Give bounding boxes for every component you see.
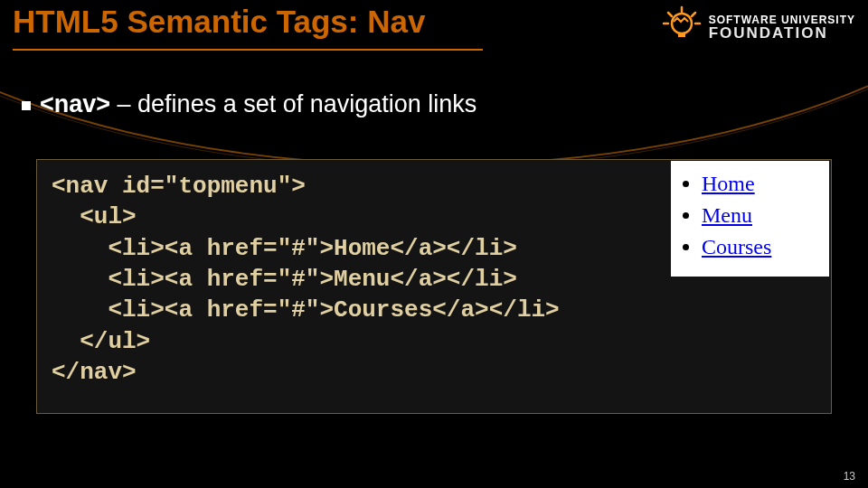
svg-line-2 [668, 13, 672, 16]
logo-text-line2: FOUNDATION [709, 25, 855, 41]
preview-item: Courses [702, 231, 820, 263]
preview-link-menu[interactable]: Menu [702, 203, 752, 227]
page-number: 13 [844, 470, 855, 483]
title-underline [13, 49, 483, 51]
slide-title: HTML5 Semantic Tags: Nav [13, 4, 425, 40]
svg-line-3 [692, 13, 695, 16]
preview-list: Home Menu Courses [680, 168, 820, 262]
preview-link-home[interactable]: Home [702, 172, 755, 195]
logo-text-line1: SOFTWARE UNIVERSITY [709, 14, 855, 25]
nav-tag-label: <nav> [40, 90, 110, 117]
brand-logo: SOFTWARE UNIVERSITY FOUNDATION [660, 5, 855, 49]
bullet-square-icon [22, 101, 31, 110]
lightbulb-icon [660, 5, 703, 49]
bullet-description: – defines a set of navigation links [110, 90, 476, 117]
preview-item: Home [702, 168, 820, 200]
preview-link-courses[interactable]: Courses [702, 235, 771, 258]
preview-item: Menu [702, 200, 820, 231]
svg-point-0 [672, 14, 692, 33]
bullet-point: <nav> – defines a set of navigation link… [22, 90, 476, 118]
rendered-preview: Home Menu Courses [671, 161, 829, 277]
